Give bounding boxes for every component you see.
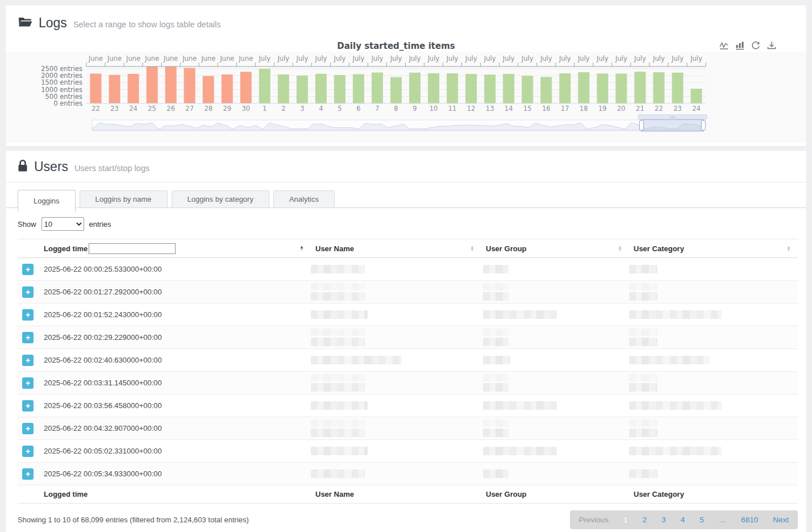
bar-july-22[interactable] — [653, 72, 664, 103]
bar-june-28[interactable] — [203, 76, 214, 103]
datazoom-slider[interactable] — [92, 115, 707, 131]
bar-june-23[interactable] — [109, 75, 120, 103]
bar-june-29[interactable] — [222, 74, 233, 103]
expand-row-button[interactable]: + — [22, 377, 34, 389]
download-icon[interactable] — [767, 40, 777, 51]
datazoom-right-handle[interactable] — [701, 120, 705, 130]
redacted-user-group — [483, 469, 509, 478]
x-axis-day-label: 26 — [166, 105, 175, 113]
bar-series[interactable] — [90, 66, 702, 103]
bar-july-24[interactable] — [690, 89, 702, 103]
bar-july-6[interactable] — [353, 74, 364, 103]
bar-june-25[interactable] — [147, 66, 158, 103]
x-axis-month-label: June — [219, 55, 234, 63]
redacted-user-name — [311, 419, 365, 427]
bar-july-11[interactable] — [447, 73, 458, 103]
expand-row-button[interactable]: + — [22, 423, 34, 434]
bar-chart-icon[interactable] — [735, 40, 745, 51]
redacted-user-category — [629, 310, 722, 319]
bar-june-24[interactable] — [128, 74, 139, 103]
expand-row-button[interactable]: + — [22, 286, 34, 298]
bar-july-5[interactable] — [334, 75, 345, 103]
page-button-4[interactable]: 4 — [681, 516, 685, 524]
page-length-select[interactable]: 10 — [41, 217, 84, 231]
bar-july-9[interactable] — [409, 73, 420, 103]
restore-icon[interactable] — [751, 40, 761, 51]
table-info-row: Showing 1 to 10 of 68,099 entries (filte… — [18, 510, 798, 529]
x-axis-month-label: July — [615, 55, 627, 63]
line-chart-icon[interactable] — [719, 40, 729, 51]
column-header-user-group[interactable]: User Group ▲▼ — [481, 239, 629, 257]
column-header-logged-time[interactable]: Logged time ▲▼ — [44, 239, 311, 257]
bar-july-18[interactable] — [578, 72, 589, 103]
redacted-user-group — [483, 283, 509, 290]
bar-july-19[interactable] — [597, 73, 608, 103]
bar-june-26[interactable] — [165, 66, 177, 103]
chart-canvas[interactable]: 0 entries500 entries1000 entries1500 ent… — [6, 52, 806, 143]
page-button-5[interactable]: 5 — [699, 516, 704, 524]
tab-loggins[interactable]: Loggins — [18, 190, 76, 212]
bar-june-30[interactable] — [240, 72, 252, 103]
redacted-user-category — [629, 283, 657, 290]
bar-july-1[interactable] — [259, 69, 270, 103]
bar-july-3[interactable] — [297, 76, 308, 103]
expand-row-button[interactable]: + — [22, 468, 34, 480]
redacted-user-category — [629, 383, 657, 392]
logs-panel-title: Logs — [39, 15, 67, 31]
bar-july-16[interactable] — [540, 77, 552, 103]
bar-july-21[interactable] — [634, 72, 646, 103]
redacted-user-category — [629, 265, 657, 273]
next-page-button[interactable]: Next — [773, 516, 789, 524]
bar-july-14[interactable] — [503, 74, 514, 103]
page-button-2[interactable]: 2 — [643, 516, 647, 524]
expand-row-button[interactable]: + — [22, 400, 34, 412]
tab-analytics[interactable]: Analytics — [273, 190, 335, 208]
x-axis-day-label: 1 — [263, 105, 266, 113]
logged-time-filter-input[interactable] — [89, 243, 176, 254]
x-axis-month-label: July — [352, 55, 365, 63]
x-axis-month-label: June — [144, 55, 159, 63]
x-axis-day-label: 2 — [281, 105, 285, 113]
page-button-6810[interactable]: 6810 — [741, 516, 758, 524]
bar-july-13[interactable] — [484, 74, 495, 103]
bar-june-22[interactable] — [90, 74, 102, 103]
logged-time-cell: 2025-06-22 00:05:34.933000+00:00 — [44, 469, 311, 478]
bar-july-8[interactable] — [390, 77, 402, 103]
column-header-user-name[interactable]: User Name ▲▼ — [311, 239, 481, 257]
x-axis-day-label: 22 — [655, 105, 663, 113]
expand-row-button[interactable]: + — [22, 309, 34, 321]
redacted-user-group — [483, 419, 509, 427]
bar-july-17[interactable] — [559, 73, 571, 103]
bar-july-12[interactable] — [465, 74, 477, 103]
bar-july-10[interactable] — [428, 73, 439, 103]
bar-july-7[interactable] — [372, 73, 383, 103]
column-header-user-category[interactable]: User Category ▲▼ — [629, 239, 798, 257]
previous-page-button[interactable]: Previous — [579, 516, 609, 524]
bar-july-23[interactable] — [672, 73, 683, 103]
page-button-3[interactable]: 3 — [661, 516, 666, 524]
expand-row-button[interactable]: + — [22, 264, 34, 275]
bar-july-20[interactable] — [615, 74, 627, 103]
bar-july-15[interactable] — [522, 76, 533, 103]
bar-july-4[interactable] — [315, 74, 327, 103]
bar-june-27[interactable] — [184, 68, 195, 103]
expand-row-button[interactable]: + — [22, 355, 34, 366]
x-axis-month-label: June — [107, 55, 122, 63]
tab-loggins-by-category[interactable]: Loggins by category — [172, 190, 269, 208]
tab-loggins-by-name[interactable]: Loggins by name — [80, 190, 168, 208]
bar-july-2[interactable] — [278, 74, 289, 103]
page-button-1[interactable]: 1 — [623, 516, 628, 524]
datazoom-left-handle[interactable] — [639, 120, 643, 130]
expand-row-button[interactable]: + — [22, 332, 34, 343]
logged-time-cell: 2025-06-22 00:01:27.292000+00:00 — [44, 288, 311, 296]
x-axis-month-label: July — [540, 55, 552, 63]
length-control: Show 10 entries — [18, 217, 806, 231]
datazoom-selection[interactable] — [642, 119, 703, 131]
x-axis-day-label: 23 — [110, 105, 119, 113]
redacted-user-group — [483, 292, 509, 301]
x-axis-day-label: 6 — [356, 105, 360, 113]
x-axis-day-label: 9 — [413, 105, 417, 113]
x-axis-day-label: 8 — [394, 105, 398, 113]
x-axis-month-label: July — [427, 55, 440, 63]
expand-row-button[interactable]: + — [22, 446, 34, 457]
